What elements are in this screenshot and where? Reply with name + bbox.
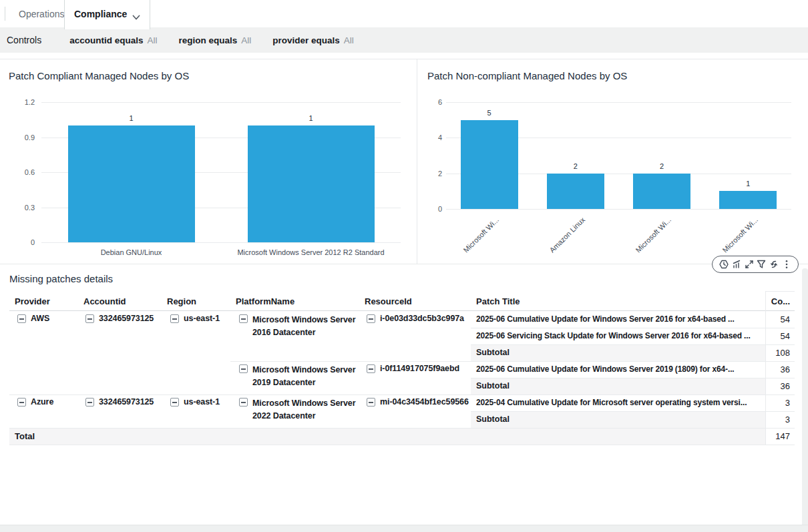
bar-value-label: 1 [298,114,325,122]
y-tick-label: 0.3 [15,204,35,212]
bar[interactable] [461,120,518,209]
y-tick-label: 6 [422,98,442,106]
chevron-down-icon[interactable] [132,11,140,17]
collapse-icon[interactable] [85,398,94,407]
cell-provider: AWS [17,314,49,323]
bar-value-label: 2 [648,162,675,170]
y-tick-label: 4 [422,134,442,142]
collapse-icon[interactable] [170,314,179,323]
filter-region[interactable]: region equals All [178,35,251,45]
cell-resource: i-0e03d33dc5b3c997a [367,314,464,323]
schedule-icon[interactable] [719,260,729,269]
total-count: 147 [767,431,790,441]
gridline [41,242,401,243]
compliant-nodes-chart-panel: Patch Compliant Managed Nodes by OS 00.3… [0,59,417,264]
filter-region-value: All [241,35,251,45]
collapse-icon[interactable] [367,398,375,407]
filter-accountid[interactable]: accountid equals All [69,35,157,45]
collapse-icon[interactable] [239,398,248,407]
total-label: Total [15,431,35,441]
y-tick-label: 0.6 [15,168,35,176]
table-divider [765,291,795,292]
controls-label: Controls [7,35,41,45]
bar[interactable] [633,174,690,209]
tabbar-edge-divider [5,7,5,21]
vertical-scrollbar[interactable] [802,268,808,527]
cell-accountid: 332465973125 [85,397,154,407]
collapse-icon[interactable] [367,314,375,323]
sheet-tab-bar: Operations Compliance + [0,0,808,27]
subtotal-band [471,411,765,428]
chart-title: Patch Compliant Managed Nodes by OS [9,70,189,81]
filter-region-name: region equals [178,35,237,45]
bar[interactable] [547,174,604,209]
col-header-accountid[interactable]: Accountid [83,296,126,306]
col-header-resource[interactable]: ResourceId [365,296,412,306]
gridline [446,209,791,210]
cell-resource: mi-04c3454bf1ec59566 [367,397,469,407]
monitor-chart-icon[interactable] [732,260,741,269]
subtotal-band [471,344,765,361]
cell-count: 54 [767,331,790,341]
cell-count: 54 [767,314,790,324]
collapse-icon[interactable] [239,314,248,323]
x-axis-label: Debian GNU/Linux [41,248,221,256]
bar-value-label: 1 [735,180,761,188]
filter-provider[interactable]: provider equals All [272,35,354,45]
collapse-icon[interactable] [17,398,26,407]
refresh-icon[interactable] [769,260,779,269]
missing-patches-panel: Missing patches details Provider Account… [0,264,808,451]
subtotal-band [471,378,765,394]
gridline [41,102,401,103]
cell-patch-title: 2025-06 Cumulative Update for Windows Se… [476,314,763,324]
cell-platform: Microsoft Windows Server 2016 Datacenter [239,314,358,339]
collapse-icon[interactable] [85,314,94,323]
y-tick-label: 0.9 [15,134,35,142]
col-header-patch[interactable]: Patch Title [476,296,520,306]
total-band [9,428,765,445]
x-axis-label: Microsoft Windows Server 2012 R2 Standar… [221,248,401,256]
collapse-icon[interactable] [239,364,248,373]
col-header-platform[interactable]: PlatformName [236,296,294,306]
bar[interactable] [719,191,777,209]
menu-options-icon[interactable] [782,260,791,269]
visual-toolbar [712,256,799,273]
y-tick-label: 1.2 [15,98,35,106]
cell-provider: Azure [17,397,53,407]
tab-compliance[interactable]: Compliance [64,0,150,29]
cell-accountid: 332465973125 [85,314,154,323]
controls-bar: Controls accountid equals All region equ… [0,27,808,53]
bar-value-label: 5 [476,109,503,117]
filter-accountid-name: accountid equals [69,35,143,45]
bar[interactable] [68,125,195,242]
tab-compliance-label: Compliance [74,9,127,19]
table-title: Missing patches details [9,273,113,284]
collapse-icon[interactable] [17,314,26,323]
chart-title: Patch Non-compliant Managed Nodes by OS [427,70,627,81]
table-divider [765,291,766,445]
maximize-icon[interactable] [745,260,754,269]
cell-patch-title: 2025-06 Servicing Stack Update for Windo… [476,331,763,340]
col-header-region[interactable]: Region [167,296,196,306]
cell-resource: i-0f114917075f9aebd [367,364,459,373]
table-divider [230,361,795,362]
gridline [446,102,791,103]
tab-operations[interactable]: Operations [12,0,71,27]
subtotal-count: 108 [767,348,790,358]
horizontal-scrollbar[interactable] [0,525,808,532]
collapse-icon[interactable] [367,364,375,373]
cell-platform: Microsoft Windows Server 2019 Datacenter [239,364,358,389]
subtotal-count: 3 [767,415,790,425]
table-divider [9,445,795,445]
bar-value-label: 2 [562,162,589,170]
cell-region: us-east-1 [170,397,220,407]
collapse-icon[interactable] [170,398,179,407]
table-divider [471,378,795,378]
table-divider [9,428,795,429]
table-divider [471,344,795,345]
bar[interactable] [248,125,375,242]
col-header-count[interactable]: Co... [767,296,790,306]
filter-icon[interactable] [757,260,766,269]
subtotal-label: Subtotal [476,348,510,357]
col-header-provider[interactable]: Provider [15,296,50,306]
